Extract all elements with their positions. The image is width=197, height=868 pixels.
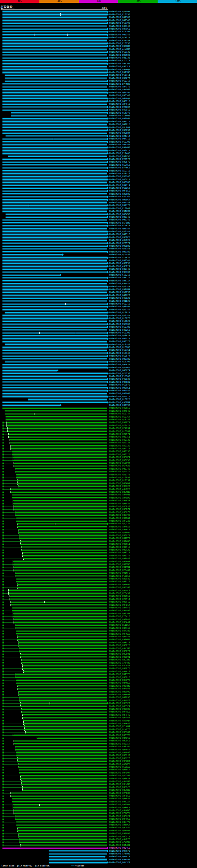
hit-row[interactable]: UniRef100_Q10761 (0, 349, 197, 352)
hit-label[interactable]: UniRef100_Q10786 (109, 418, 130, 421)
hit-label[interactable]: UniRef100_Q9LLC5 (109, 740, 130, 742)
hit-label[interactable]: UniRef100_B9T1N0 (109, 71, 130, 73)
hit-row[interactable]: UniRef100_Q3GBJ0 (0, 505, 197, 508)
hit-row[interactable]: UniRef100_Q84KK6 (0, 682, 197, 684)
hit-row[interactable]: UniRef100_B51DS7 (0, 624, 197, 627)
hit-row[interactable]: UniRef100_Q8GU17 (0, 178, 197, 181)
hit-label[interactable]: UniRef100_A9NR76 (109, 838, 130, 841)
hit-row[interactable]: UniRef100_Q10786 (0, 418, 197, 421)
hit-label[interactable]: UniRef100_Q9S410 (109, 641, 130, 644)
hit-label[interactable]: UniRef100_Q22571 (109, 433, 130, 435)
hit-label[interactable]: UniRef100_P31333 (109, 57, 130, 59)
hit-row[interactable]: UniRef100_Q9V271 (0, 447, 197, 450)
hit-label[interactable]: UniRef100_A9NUF3 (109, 699, 130, 702)
hit-label[interactable]: UniRef100_P19308 (109, 141, 130, 143)
hit-row[interactable]: UniRef100_Q3C1M5 (0, 659, 197, 661)
hit-label[interactable]: UniRef100_Q08184 (109, 227, 130, 230)
hit-label[interactable]: UniRef100_Q05340 (109, 216, 130, 218)
hit-label[interactable]: UniRef100_Q9FLL5 (109, 190, 130, 192)
hit-row[interactable]: UniRef100_Q8MJF1 (0, 861, 197, 864)
hit-row[interactable]: UniRef100_Q9M657 (0, 798, 197, 800)
hit-label[interactable]: UniRef100_A9NXH3 (109, 780, 130, 783)
hit-row[interactable]: UniRef100_A7YVW5 (0, 852, 197, 855)
hit-label[interactable]: UniRef100_P18960 (109, 375, 130, 377)
hit-row[interactable]: UniRef100_Q5ZF97 (0, 291, 197, 294)
hit-row[interactable]: UniRef100_B9RPS0 (0, 818, 197, 820)
hit-label[interactable]: UniRef100_Q96542 (109, 94, 130, 97)
hit-row[interactable]: UniRef100_Q2QT27 (0, 523, 197, 525)
hit-label[interactable]: UniRef100_Q16626 (109, 320, 130, 322)
hit-label[interactable]: UniRef100_Q9P1I4 (109, 120, 130, 123)
hit-row[interactable]: UniRef100_P10790 (0, 42, 197, 45)
hit-label[interactable]: UniRef100_P12460 (109, 152, 130, 155)
hit-label[interactable]: UniRef100_Q95S91 (109, 656, 130, 658)
hit-row[interactable]: UniRef100_Q08184 (0, 227, 197, 230)
hit-row[interactable]: UniRef100_P11797 (0, 30, 197, 33)
hit-label[interactable]: UniRef100_Q64FQ1 (109, 97, 130, 100)
hit-label[interactable]: UniRef100_B9RPS0 (109, 818, 130, 820)
hit-label[interactable]: UniRef100_Q24045 (109, 410, 130, 412)
hit-label[interactable]: UniRef100_P27969 (109, 28, 130, 30)
hit-label[interactable]: UniRef100_B92559 (109, 595, 130, 597)
hit-row[interactable]: UniRef100_Q40250 (0, 329, 197, 331)
hit-row[interactable]: UniRef100_P09573 (0, 340, 197, 343)
hit-row[interactable]: UniRef100_Q22424 (0, 424, 197, 427)
hit-row[interactable]: UniRef100_Q9SS55 (0, 502, 197, 505)
hit-label[interactable]: UniRef100_P29684 (109, 132, 130, 134)
hit-row[interactable]: UniRef100_B9TU55 (0, 155, 197, 158)
hit-label[interactable]: UniRef100_O50048 (109, 618, 130, 621)
hit-row[interactable]: UniRef100_P10135 (0, 51, 197, 54)
hit-row[interactable]: UniRef100_P05346 (0, 33, 197, 36)
hit-row[interactable]: UniRef100_A9SP20 (0, 239, 197, 242)
hit-row[interactable]: UniRef100_P20575 (0, 161, 197, 163)
hit-label[interactable]: UniRef100_Q33277 (109, 77, 130, 80)
hit-row[interactable]: UniRef100_P43032 (0, 378, 197, 380)
hit-label[interactable]: UniRef100_Q55AC0 (109, 589, 130, 592)
hit-row[interactable]: UniRef100_A9NL06 (0, 609, 197, 612)
hit-row[interactable]: UniRef100_Q30GH3 (0, 45, 197, 48)
hit-label[interactable]: UniRef100_Q84KK6 (109, 682, 130, 684)
hit-label[interactable]: UniRef100_Q9M657 (109, 798, 130, 800)
hit-row[interactable]: UniRef100_Q9ZNG4 (0, 517, 197, 520)
hit-label[interactable]: UniRef100_A9NLD6 (109, 497, 130, 499)
hit-row[interactable]: UniRef100_Q9F6T2 (0, 650, 197, 652)
hit-row[interactable]: UniRef100_B93503 (0, 54, 197, 56)
hit-label[interactable]: UniRef100_Q10764 (109, 416, 130, 418)
hit-row[interactable]: UniRef100_A9NWZ8 (0, 525, 197, 528)
hit-label[interactable]: UniRef100_A9NRL5 (109, 528, 130, 531)
hit-row[interactable]: UniRef100_B9SY26 (0, 757, 197, 760)
hit-label[interactable]: UniRef100_P19053 (109, 476, 130, 479)
hit-label[interactable]: UniRef100_Q01NY7 (109, 537, 130, 539)
hit-row[interactable]: UniRef100_A9NUF3 (0, 699, 197, 702)
hit-label[interactable]: UniRef100_C6T1Y2 (109, 112, 130, 114)
hit-label[interactable]: UniRef100_A9NWD6 (109, 809, 130, 812)
hit-label[interactable]: UniRef100_Q8GU17 (109, 178, 130, 181)
hit-label[interactable]: UniRef100_Q2HWQ4 (109, 725, 130, 727)
hit-label[interactable]: UniRef100_Q39746 (109, 175, 130, 178)
hit-row[interactable]: UniRef100_P04714 (0, 184, 197, 187)
hit-row[interactable]: UniRef100_Q9FE64 (0, 603, 197, 606)
hit-label[interactable]: UniRef100_Q10747 (109, 412, 130, 415)
hit-row[interactable]: UniRef100_Q95751 (0, 436, 197, 438)
hit-label[interactable]: UniRef100_A9P179 (109, 86, 130, 88)
hit-label[interactable]: UniRef100_B9SY26 (109, 757, 130, 760)
hit-label[interactable]: UniRef100_Q9RB70 (109, 670, 130, 673)
hit-row[interactable]: UniRef100_Q22571 (0, 433, 197, 435)
hit-label[interactable]: UniRef100_B9RXK5 (109, 711, 130, 713)
hit-row[interactable]: UniRef100_P18960 (0, 375, 197, 377)
hit-label[interactable]: UniRef100_Q42915 (109, 109, 130, 111)
hit-row[interactable]: UniRef100_Q40623 (0, 334, 197, 337)
hit-label[interactable]: UniRef100_A7YVW8 (109, 841, 130, 843)
hit-label[interactable]: UniRef100_A9SP21 (109, 265, 130, 268)
hit-row[interactable]: UniRef100_Q52F94 (0, 462, 197, 464)
hit-row[interactable]: UniRef100_Q3LF04 (0, 126, 197, 129)
hit-label[interactable]: UniRef100_Q95760 (109, 586, 130, 589)
hit-label[interactable]: UniRef100_A5C710 (109, 170, 130, 172)
hit-row[interactable]: UniRef100_A9PF16 (0, 103, 197, 105)
hit-label[interactable]: UniRef100_A9NW38 (109, 499, 130, 502)
hit-label[interactable]: UniRef100_B9SWM4 (109, 638, 130, 641)
hit-label[interactable]: UniRef100_P10798 (109, 13, 130, 16)
hit-row[interactable]: UniRef100_Q9LLC5 (0, 740, 197, 742)
hit-label[interactable]: UniRef100_P05349 (109, 219, 130, 221)
hit-row[interactable]: UniRef100_Q9ZF19 (0, 601, 197, 603)
